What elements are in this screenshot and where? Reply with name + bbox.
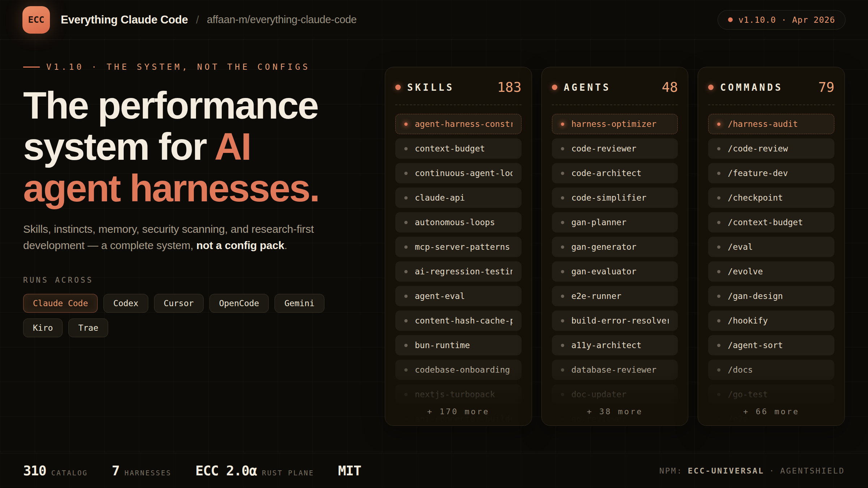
item-dot-icon [404, 270, 408, 273]
npm-info: NPM: ECC-UNIVERSAL · AGENTSHIELD [659, 466, 845, 475]
skills-more-link[interactable]: + 170 more [385, 407, 532, 416]
item-dot-icon [404, 368, 408, 372]
list-item[interactable]: database-reviewer [552, 360, 678, 380]
list-item[interactable]: agent-harness-constr… [395, 114, 522, 134]
status-dot-icon [728, 17, 733, 22]
item-dot-icon [404, 295, 408, 298]
list-item[interactable]: /hookify [708, 311, 834, 331]
list-item[interactable]: build-error-resolver [552, 311, 678, 331]
item-dot-icon [404, 344, 408, 347]
stat-label: CATALOG [51, 469, 88, 477]
list-item[interactable]: gan-generator [552, 237, 678, 257]
stat-catalog: 310 CATALOG [23, 463, 88, 479]
panel-divider [708, 104, 834, 105]
harness-chip[interactable]: Codex [103, 294, 148, 313]
panel-dot-icon [395, 85, 401, 90]
item-dot-icon [561, 418, 564, 421]
version-badge-label: v1.10.0 · Apr 2026 [739, 15, 835, 25]
list-item[interactable]: /checkpoint [708, 188, 834, 208]
item-dot-icon [717, 245, 720, 249]
harness-chip[interactable]: Kiro [23, 318, 63, 337]
list-item[interactable]: /feature-dev [708, 163, 834, 183]
hero-subtitle: Skills, instincts, memory, security scan… [23, 221, 331, 253]
npm-package-link[interactable]: ECC-UNIVERSAL [688, 466, 764, 475]
list-item[interactable]: code-architect [552, 163, 678, 183]
list-item[interactable]: /evolve [708, 261, 834, 282]
agents-panel: AGENTS 48 harness-optimizer code-reviewe… [541, 67, 689, 426]
list-item[interactable]: context-budget [395, 138, 522, 159]
list-item[interactable]: /gan-design [708, 286, 834, 306]
harness-chip-list: Claude Code Codex Cursor OpenCode Gemini… [23, 294, 341, 337]
item-dot-icon [561, 147, 564, 150]
agents-list: harness-optimizer code-reviewer code-arc… [552, 114, 678, 426]
item-dot-icon [404, 147, 408, 150]
item-dot-icon [561, 270, 564, 273]
catalog-panels: SKILLS 183 agent-harness-constr… context… [385, 67, 845, 426]
footer-bar: 310 CATALOG 7 HARNESSES ECC 2.0α RUST PL… [0, 453, 868, 488]
commands-list: /harness-audit /code-review /feature-dev… [708, 114, 834, 426]
list-item[interactable]: continuous-agent-loop [395, 163, 522, 183]
item-dot-icon [561, 344, 564, 347]
breadcrumb-separator: / [196, 14, 199, 26]
skills-panel: SKILLS 183 agent-harness-constr… context… [385, 67, 532, 426]
item-dot-icon [717, 319, 720, 322]
ecc-logo[interactable]: ECC [22, 6, 50, 34]
list-item[interactable]: /go-test [708, 384, 834, 404]
list-item[interactable]: ai-regression-testing [395, 261, 522, 282]
list-item[interactable]: agent-eval [395, 286, 522, 306]
list-item[interactable]: codebase-onboarding [395, 360, 522, 380]
npm-label: NPM: [659, 466, 683, 475]
list-item[interactable]: /code-review [708, 138, 834, 159]
list-item[interactable]: /context-budget [708, 212, 834, 232]
list-item[interactable]: a11y-architect [552, 335, 678, 355]
list-item[interactable]: /agent-sort [708, 335, 834, 355]
item-dot-icon [561, 123, 564, 126]
panel-title: SKILLS [407, 82, 454, 93]
harness-chip[interactable]: OpenCode [209, 294, 269, 313]
list-item[interactable]: /docs [708, 360, 834, 380]
item-dot-icon [404, 196, 408, 200]
harness-chip[interactable]: Trae [68, 318, 108, 337]
skills-list: agent-harness-constr… context-budget con… [395, 114, 522, 426]
commands-more-link[interactable]: + 66 more [698, 407, 844, 416]
panel-count: 48 [662, 80, 678, 95]
list-item[interactable]: code-simplifier [552, 188, 678, 208]
item-dot-icon [561, 172, 564, 175]
item-dot-icon [717, 221, 720, 224]
panel-title: COMMANDS [720, 82, 783, 93]
item-dot-icon [404, 123, 408, 126]
list-item[interactable]: /eval [708, 237, 834, 257]
agents-more-link[interactable]: + 38 more [542, 407, 688, 416]
stat-value: 7 [112, 463, 119, 479]
list-item[interactable]: /harness-audit [708, 114, 834, 134]
list-item[interactable]: gan-evaluator [552, 261, 678, 282]
item-dot-icon [561, 295, 564, 298]
list-item[interactable]: autonomous-loops [395, 212, 522, 232]
list-item[interactable]: mcp-server-patterns [395, 237, 522, 257]
list-item[interactable]: gan-planner [552, 212, 678, 232]
item-dot-icon [717, 295, 720, 298]
npm-extra-link[interactable]: AGENTSHIELD [780, 466, 845, 475]
commands-panel-header: COMMANDS 79 [708, 80, 834, 95]
item-dot-icon [561, 393, 564, 396]
list-item[interactable]: bun-runtime [395, 335, 522, 355]
harness-chip[interactable]: Cursor [154, 294, 204, 313]
breadcrumb-repo-link[interactable]: affaan-m/everything-claude-code [207, 14, 357, 26]
stat-value: 310 [23, 463, 46, 479]
list-item[interactable]: claude-api [395, 188, 522, 208]
item-dot-icon [561, 245, 564, 249]
item-dot-icon [404, 221, 408, 224]
list-item[interactable]: content-hash-cache-p… [395, 311, 522, 331]
harness-chip[interactable]: Gemini [275, 294, 324, 313]
item-dot-icon [717, 147, 720, 150]
list-item[interactable]: nextjs-turbopack [395, 384, 522, 404]
list-item[interactable]: code-reviewer [552, 138, 678, 159]
list-item[interactable]: e2e-runner [552, 286, 678, 306]
panel-dot-icon [552, 85, 557, 90]
item-dot-icon [404, 393, 408, 396]
list-item[interactable]: doc-updater [552, 384, 678, 404]
list-item[interactable]: harness-optimizer [552, 114, 678, 134]
item-dot-icon [717, 344, 720, 347]
runs-across-label: RUNS ACROSS [23, 276, 363, 284]
harness-chip[interactable]: Claude Code [23, 294, 98, 313]
